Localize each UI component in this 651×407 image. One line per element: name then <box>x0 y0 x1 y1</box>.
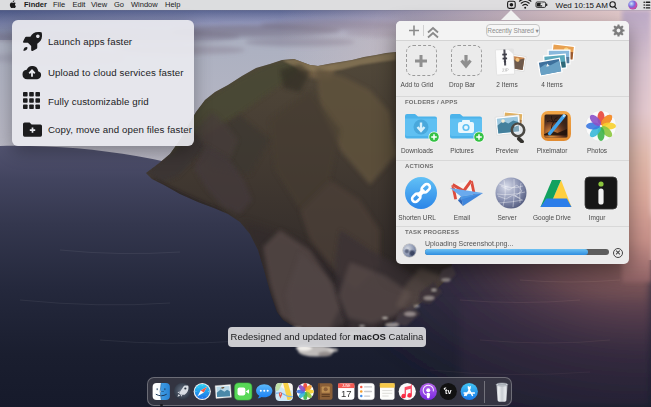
svg-text:tv: tv <box>445 387 451 396</box>
svg-text:17: 17 <box>340 388 351 399</box>
svg-text:Wed 10:15 AM: Wed 10:15 AM <box>556 1 609 10</box>
svg-text:ZIP: ZIP <box>502 67 509 72</box>
